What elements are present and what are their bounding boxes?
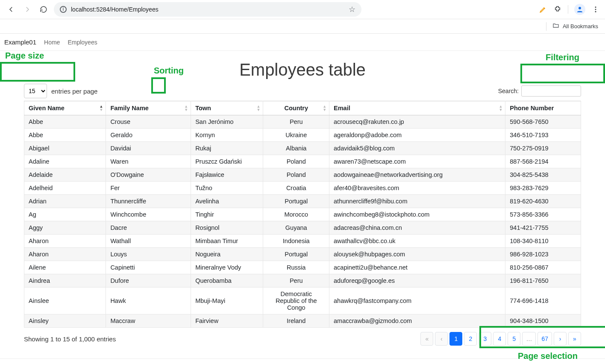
table-cell: 590-568-7650 <box>505 115 581 129</box>
sort-icon[interactable]: ▲▼ <box>257 105 261 112</box>
svg-point-3 <box>595 11 596 12</box>
table-cell: Hawk <box>106 288 191 314</box>
sort-icon[interactable]: ▲▼ <box>99 105 103 112</box>
table-cell: Davidai <box>106 142 191 155</box>
column-header[interactable]: Country▲▼ <box>263 101 329 115</box>
all-bookmarks-link[interactable]: All Bookmarks <box>563 23 598 29</box>
table-cell: San Jerónimo <box>191 115 263 129</box>
table-cell: Adaline <box>24 155 106 168</box>
column-header[interactable]: Email▲▼ <box>329 101 505 115</box>
table-row: AharonLouysNogueiraPortugalalouysek@hubp… <box>24 248 581 261</box>
table-cell: alouysek@hubpages.com <box>329 248 505 261</box>
divider <box>546 22 546 31</box>
page-number-button[interactable]: 4 <box>493 332 506 346</box>
page-prev-button[interactable]: ‹ <box>435 332 448 346</box>
back-button[interactable] <box>5 3 17 15</box>
table-cell: awaren73@netscape.com <box>329 155 505 168</box>
table-cell: Abigael <box>24 142 106 155</box>
table-row: AdelaideO'DowgaineFajsławicePolandaodowg… <box>24 168 581 182</box>
table-cell: Tinghir <box>191 208 263 221</box>
svg-point-2 <box>595 9 596 10</box>
table-cell: Thunnercliffe <box>106 195 191 208</box>
table-cell: Adrian <box>24 195 106 208</box>
app-navbar: Example01 Home Employees <box>0 34 605 51</box>
table-row: AdelheidFerTužnoCroatiaafer40@bravesites… <box>24 182 581 195</box>
table-cell: Adelheid <box>24 182 106 195</box>
column-header[interactable]: Town▲▼ <box>191 101 263 115</box>
folder-icon <box>552 22 559 30</box>
table-cell: Peru <box>263 115 329 129</box>
column-header[interactable]: Family Name▲▼ <box>106 101 191 115</box>
url-text: localhost:5284/Home/Employees <box>71 6 159 13</box>
table-cell: Albania <box>263 142 329 155</box>
table-cell: 304-825-5438 <box>505 168 581 182</box>
sort-icon[interactable]: ▲▼ <box>184 105 188 112</box>
table-cell: 774-696-1418 <box>505 288 581 314</box>
search-input[interactable] <box>521 85 581 97</box>
page-last-button[interactable]: » <box>568 332 581 346</box>
page-number-button[interactable]: 2 <box>464 332 477 346</box>
nav-link-home[interactable]: Home <box>44 39 60 46</box>
column-header[interactable]: Phone Number <box>505 101 581 115</box>
table-cell: Winchcombe <box>106 208 191 221</box>
page-first-button[interactable]: « <box>420 332 433 346</box>
page-number-button[interactable]: 3 <box>479 332 491 346</box>
search-label: Search: <box>498 88 519 94</box>
table-cell: Fairview <box>191 314 263 328</box>
table-cell: 108-340-8110 <box>505 235 581 248</box>
table-cell: 986-928-1023 <box>505 248 581 261</box>
page-length-control: 15 entries per page <box>24 84 97 98</box>
table-cell: O'Dowgaine <box>106 168 191 182</box>
kebab-menu-icon[interactable] <box>591 5 600 14</box>
table-cell: 346-510-7193 <box>505 129 581 142</box>
page-next-button[interactable]: › <box>554 332 567 346</box>
forward-button[interactable] <box>21 3 33 15</box>
table-row: AbbeGeraldoKornynUkraineageraldonp@adobe… <box>24 129 581 142</box>
page-number-button[interactable]: 67 <box>537 332 552 346</box>
sort-icon[interactable]: ▲▼ <box>499 105 502 112</box>
page-number-button[interactable]: 1 <box>449 332 462 346</box>
table-row: AbbeCrouseSan JerónimoPeruacrousecq@raku… <box>24 115 581 129</box>
table-cell: Ukraine <box>263 129 329 142</box>
sort-icon[interactable]: ▲▼ <box>323 105 326 112</box>
address-bar[interactable]: localhost:5284/Home/Employees ☆ <box>54 2 361 17</box>
table-info: Showing 1 to 15 of 1,000 entries <box>24 335 116 343</box>
table-cell: Dufore <box>106 274 191 288</box>
table-cell: 983-283-7629 <box>505 182 581 195</box>
table-cell: Adelaide <box>24 168 106 182</box>
footer: © 2024 - Example01 <box>0 358 605 364</box>
table-row: AggyDacreRosignolGuyanaadacreas@china.co… <box>24 221 581 235</box>
brand[interactable]: Example01 <box>4 38 36 46</box>
page-ellipsis: … <box>522 332 536 346</box>
svg-point-0 <box>579 7 581 9</box>
table-cell: aodowgaineae@networkadvertising.org <box>329 168 505 182</box>
reload-button[interactable] <box>38 3 50 15</box>
pencil-icon[interactable] <box>539 5 547 14</box>
table-cell: Mimbaan Timur <box>191 235 263 248</box>
site-info-icon[interactable] <box>60 6 67 13</box>
extensions-icon[interactable] <box>553 5 562 14</box>
table-cell: Aindrea <box>24 274 106 288</box>
table-cell: Abbe <box>24 115 106 129</box>
column-header[interactable]: Given Name▲▼ <box>24 101 106 115</box>
table-cell: Mbuji-Mayi <box>191 288 263 314</box>
table-cell: acrousecq@rakuten.co.jp <box>329 115 505 129</box>
table-cell: ahawkrq@fastcompany.com <box>329 288 505 314</box>
table-cell: amaccrawba@gizmodo.com <box>329 314 505 328</box>
profile-avatar[interactable] <box>574 4 585 15</box>
table-cell: Louys <box>106 248 191 261</box>
page-number-button[interactable]: 5 <box>508 332 520 346</box>
nav-link-employees[interactable]: Employees <box>68 39 97 46</box>
table-cell: Fer <box>106 182 191 195</box>
table-cell: Fajsławice <box>191 168 263 182</box>
page-length-select[interactable]: 15 <box>24 84 47 98</box>
table-cell: Rosignol <box>191 221 263 235</box>
table-cell: Pruszcz Gdański <box>191 155 263 168</box>
bookmark-star-icon[interactable]: ☆ <box>349 5 355 14</box>
table-cell: Aharon <box>24 248 106 261</box>
table-cell: Capinetti <box>106 261 191 274</box>
table-cell: 887-568-2194 <box>505 155 581 168</box>
table-cell: Aggy <box>24 221 106 235</box>
table-cell: aduforeqp@google.es <box>329 274 505 288</box>
employees-table: Given Name▲▼Family Name▲▼Town▲▼Country▲▼… <box>24 101 581 328</box>
